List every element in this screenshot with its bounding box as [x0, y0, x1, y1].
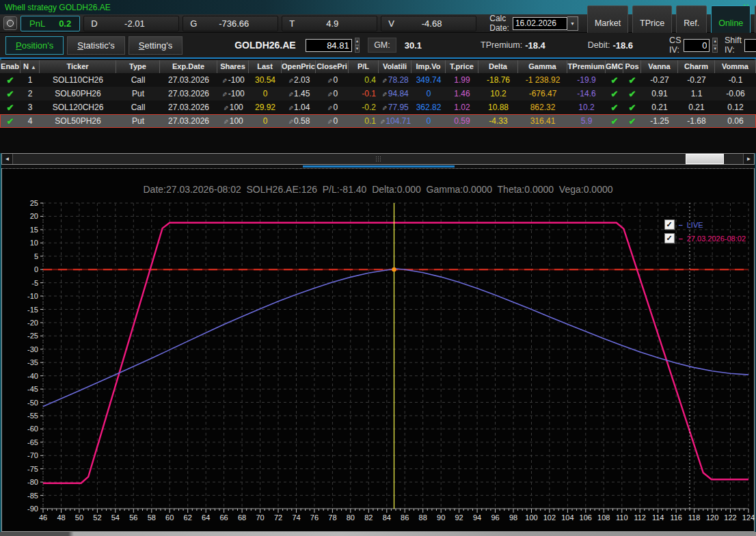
price-input[interactable] — [306, 39, 352, 52]
table-row[interactable]: ✔4SOL50PH26Put27.03.2026✎1000✎0.58✎00.1✎… — [0, 114, 756, 128]
column-header-vanna[interactable]: Vanna — [641, 60, 678, 73]
price-spinner[interactable]: ▲ ▼ — [355, 38, 360, 53]
svg-text:25: 25 — [30, 199, 38, 207]
column-header-last[interactable]: Last — [249, 60, 282, 73]
column-header-charm[interactable]: Charm — [678, 60, 715, 73]
svg-text:116: 116 — [670, 513, 682, 522]
tpremium-value: -18.4 — [525, 40, 545, 51]
column-header-ticker[interactable]: Ticker — [40, 60, 116, 73]
tab-position-s[interactable]: Position's — [5, 36, 64, 55]
svg-text:-15: -15 — [27, 306, 38, 314]
taskbar-strip — [0, 532, 756, 536]
svg-text:-60: -60 — [27, 425, 38, 433]
gm-value: 30.1 — [405, 40, 422, 51]
table-header[interactable]: EnabN▲TickerTypeExp.DateSharesLastOpenPr… — [0, 60, 756, 73]
cell-gamma: 316.41 — [518, 116, 567, 126]
column-header-exp-date[interactable]: Exp.Date — [160, 60, 217, 73]
svg-text:122: 122 — [724, 513, 736, 522]
cell-enabled: ✔ — [0, 75, 21, 85]
cell-vanna: 0.21 — [641, 103, 678, 112]
calc-date-field[interactable]: ▼ — [513, 16, 578, 31]
column-header-openpric[interactable]: OpenPric — [282, 60, 316, 73]
spin-down-icon[interactable]: ▼ — [712, 45, 717, 53]
edit-pencil-icon: ✎ — [222, 105, 229, 111]
cell-open: ✎1.45 — [282, 89, 316, 98]
calc-date-input[interactable] — [513, 17, 567, 30]
edit-pencil-icon: ✎ — [326, 105, 333, 111]
svg-text:-35: -35 — [27, 358, 38, 366]
scroll-right-icon[interactable]: ► — [743, 154, 754, 164]
svg-text:60: 60 — [165, 513, 174, 522]
spin-up-icon[interactable]: ▲ — [355, 38, 360, 45]
cs-iv-label: CS IV: — [669, 36, 681, 55]
legend-checkbox-expiry[interactable]: ✓ — [664, 233, 675, 243]
edit-pencil-icon: ✎ — [221, 78, 228, 83]
column-header-pos[interactable]: Pos — [623, 60, 641, 73]
svg-text:84: 84 — [383, 513, 391, 522]
greeks-group: D-2.01G-736.66T4.9V-4.68 — [83, 16, 476, 31]
column-header-tpremium[interactable]: TPremium — [567, 60, 606, 73]
cell-vomma: -0.1 — [715, 75, 756, 85]
svg-text:-30: -30 — [27, 345, 38, 353]
scrollbar-track[interactable] — [13, 154, 743, 164]
edit-pencil-icon: ✎ — [221, 92, 228, 97]
column-header-delta[interactable]: Delta — [478, 60, 518, 73]
scroll-left-icon[interactable]: ◄ — [2, 154, 13, 164]
column-header-enab[interactable]: Enab — [0, 60, 21, 73]
cell-ticker: SOL60PH26 — [40, 89, 116, 98]
column-header-shares[interactable]: Shares — [217, 60, 249, 73]
legend-item-expiry: ✓ – 27.03.2026-08:02 — [664, 233, 746, 243]
cs-iv-input[interactable] — [684, 39, 710, 52]
scrollbar-center-grip — [375, 156, 381, 162]
spin-up-icon[interactable]: ▲ — [712, 38, 717, 45]
column-header-type[interactable]: Type — [116, 60, 160, 73]
edit-pencil-icon: ✎ — [286, 92, 293, 97]
cell-close: ✎0 — [316, 75, 349, 85]
column-header-p-l[interactable]: P/L — [349, 60, 379, 73]
cell-exp: 27.03.2026 — [160, 89, 217, 98]
column-header-imp-vo[interactable]: Imp.Vo — [411, 60, 446, 73]
column-header-closepri[interactable]: ClosePri — [316, 60, 349, 73]
tab-statistic-s[interactable]: Statistic's — [67, 36, 125, 55]
legend-checkbox-live[interactable]: ✓ — [664, 219, 675, 230]
column-header-gmc[interactable]: GMC — [606, 60, 623, 73]
calc-date-label: Calc Date: — [489, 14, 509, 33]
chart-canvas[interactable]: 4648505254565860626466687072747678808284… — [2, 169, 755, 531]
greek-v: V-4.68 — [381, 16, 476, 31]
table-row[interactable]: ✔1SOL110CH26Call27.03.2026✎-10030.54✎2.0… — [0, 73, 756, 87]
spin-down-icon[interactable]: ▼ — [355, 45, 360, 53]
panel-splitter-handle[interactable] — [303, 165, 455, 168]
cell-impvol: 0 — [411, 89, 446, 98]
svg-text:58: 58 — [148, 513, 156, 522]
svg-text:5: 5 — [34, 252, 38, 260]
cell-type: Call — [116, 75, 160, 85]
calc-date-dropdown-icon[interactable]: ▼ — [567, 16, 578, 31]
cell-pos: ✔ — [623, 89, 641, 99]
column-header-n[interactable]: N▲ — [21, 60, 40, 73]
column-header-vomma[interactable]: Vomma — [715, 60, 756, 73]
cell-open: ✎0.58 — [282, 116, 316, 126]
shift-iv-input[interactable] — [744, 39, 756, 52]
table-row[interactable]: ✔2SOL60PH26Put27.03.2026✎-1000✎1.45✎0-0.… — [0, 87, 756, 100]
column-header-volatili[interactable]: Volatili — [379, 60, 411, 73]
column-header-t-price[interactable]: T.price — [446, 60, 478, 73]
svg-text:52: 52 — [93, 513, 101, 522]
scrollbar-thumb[interactable] — [686, 154, 724, 164]
tab-setting-s[interactable]: Setting's — [129, 36, 183, 55]
horizontal-scrollbar[interactable]: ◄ ► — [1, 153, 755, 165]
svg-text:124: 124 — [742, 513, 755, 522]
cell-delta: 10.2 — [478, 89, 518, 98]
svg-text:92: 92 — [455, 513, 463, 522]
column-header-gamma[interactable]: Gamma — [518, 60, 567, 73]
cell-close: ✎0 — [316, 116, 349, 126]
cell-n: 1 — [21, 75, 40, 85]
legend-dash-expiry: – — [679, 234, 683, 243]
table-body: ✔1SOL110CH26Call27.03.2026✎-10030.54✎2.0… — [0, 73, 756, 128]
check-icon: ✔ — [629, 89, 636, 99]
cell-last: 30.54 — [249, 75, 282, 85]
svg-text:100: 100 — [525, 513, 537, 522]
svg-text:102: 102 — [543, 513, 556, 522]
cs-iv-spinner[interactable]: ▲ ▼ — [712, 38, 717, 53]
svg-text:15: 15 — [30, 226, 38, 234]
table-row[interactable]: ✔3SOL120CH26Call27.03.2026✎10029.92✎1.04… — [0, 100, 756, 114]
